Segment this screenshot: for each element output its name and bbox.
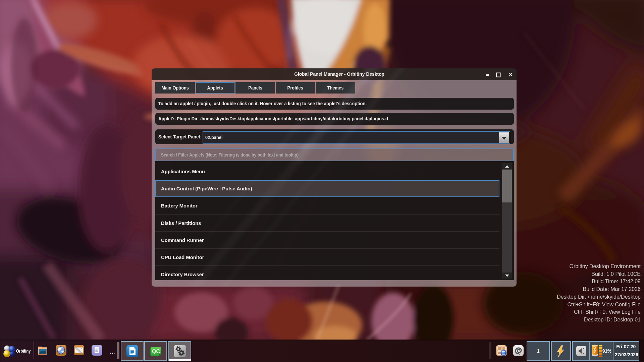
svg-text:QC: QC — [152, 349, 160, 354]
